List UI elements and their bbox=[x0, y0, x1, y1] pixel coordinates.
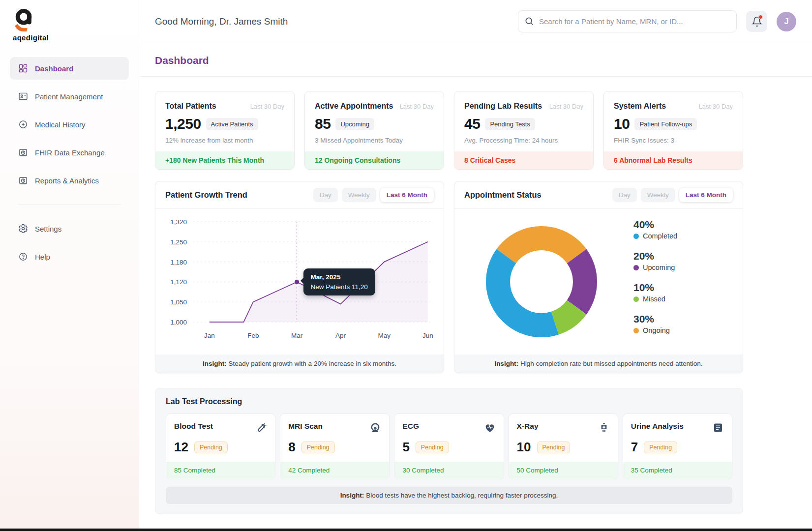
insight-label: Insight: bbox=[340, 492, 364, 499]
svg-text:Apr: Apr bbox=[335, 332, 346, 339]
sidebar-item-label: Medical History bbox=[35, 120, 86, 129]
chart-tooltip: Mar, 2025 New Patients 11,20 bbox=[303, 268, 375, 295]
lab-test-name: X-Ray bbox=[517, 422, 539, 431]
lab-test-name: Urine Analysis bbox=[631, 422, 684, 431]
stat-badge: Pending Tests bbox=[485, 118, 535, 130]
sidebar-divider bbox=[18, 205, 121, 205]
stat-value: 85 bbox=[315, 116, 331, 132]
sidebar-item-reports-analytics[interactable]: Reports & Analytics bbox=[10, 169, 129, 192]
lab-test-name: MRI Scan bbox=[288, 422, 323, 431]
donut-legend: 40%Completed20%Upcoming10%Missed30%Ongoi… bbox=[633, 219, 677, 345]
main-area: Dashboard Total PatientsLast 30 Day1,250… bbox=[139, 43, 812, 531]
svg-text:Jun: Jun bbox=[422, 332, 433, 339]
notifications-button[interactable] bbox=[746, 11, 767, 32]
sidebar-item-fhir-data-exchange[interactable]: FHIR Data Exchange bbox=[10, 141, 129, 164]
lab-card: ECG5Pending30 Completed bbox=[394, 413, 504, 479]
sidebar-item-label: Help bbox=[35, 253, 50, 261]
sidebar-item-label: Reports & Analytics bbox=[35, 177, 99, 185]
stat-badge: Active Patients bbox=[206, 118, 258, 130]
legend-percent: 20% bbox=[633, 250, 677, 262]
legend-label: Completed bbox=[643, 232, 677, 240]
sidebar-item-dashboard[interactable]: Dashboard bbox=[10, 57, 129, 80]
stat-footer: 8 Critical Cases bbox=[454, 151, 593, 169]
growth-toggle-day[interactable]: Day bbox=[313, 188, 338, 202]
legend-percent: 10% bbox=[633, 282, 677, 294]
brand-logo: aqedigital bbox=[0, 0, 139, 47]
stat-title: Total Patients bbox=[165, 102, 216, 111]
growth-toggle-weekly[interactable]: Weekly bbox=[342, 188, 376, 202]
svg-text:1,320: 1,320 bbox=[170, 218, 187, 226]
legend-item: 20%Upcoming bbox=[633, 250, 677, 271]
sidebar-item-patient-management[interactable]: Patient Management bbox=[10, 85, 129, 108]
lab-completed-footer: 35 Completed bbox=[623, 462, 732, 479]
reports-icon bbox=[18, 176, 28, 185]
search-input[interactable] bbox=[518, 10, 737, 32]
pending-badge: Pending bbox=[416, 442, 449, 453]
growth-chart-svg: 1,3201,2501,1801,1201,0501,000JanFebMarA… bbox=[164, 215, 434, 344]
legend-dot bbox=[633, 234, 639, 239]
search-icon bbox=[524, 16, 534, 26]
legend-item: 10%Missed bbox=[633, 282, 677, 303]
pending-badge: Pending bbox=[537, 442, 571, 453]
appointment-toggle-range[interactable]: Last 6 Month bbox=[679, 188, 733, 202]
sidebar: aqedigital Dashboard Patient Management bbox=[0, 0, 139, 531]
stat-title: System Alerts bbox=[614, 102, 666, 111]
svg-text:1,120: 1,120 bbox=[170, 278, 187, 286]
notification-dot bbox=[758, 15, 763, 19]
stat-value: 10 bbox=[614, 116, 630, 132]
test-tube-icon bbox=[255, 422, 267, 434]
sidebar-nav: Dashboard Patient Management Medical His… bbox=[0, 47, 139, 268]
legend-label: Ongoing bbox=[643, 326, 670, 334]
svg-text:1,250: 1,250 bbox=[170, 238, 187, 246]
insight-text: Blood tests have the highest backlog, re… bbox=[364, 492, 558, 499]
heart-pulse-icon bbox=[484, 422, 496, 434]
avatar[interactable]: J bbox=[777, 12, 796, 31]
patient-search bbox=[518, 10, 737, 32]
appointment-toggle-weekly[interactable]: Weekly bbox=[641, 188, 675, 202]
lab-completed-footer: 30 Completed bbox=[394, 462, 503, 479]
lab-test-processing-section: Lab Test Processing Blood Test12Pending8… bbox=[155, 388, 743, 514]
legend-percent: 40% bbox=[633, 219, 677, 231]
lab-card: Blood Test12Pending85 Completed bbox=[166, 413, 275, 479]
growth-toggle-range[interactable]: Last 6 Month bbox=[380, 188, 434, 202]
sidebar-item-medical-history[interactable]: Medical History bbox=[10, 113, 129, 136]
stat-badge: Upcoming bbox=[335, 118, 374, 130]
tooltip-value: New Patients 11,20 bbox=[311, 283, 368, 291]
svg-text:1,000: 1,000 bbox=[170, 319, 187, 326]
lab-card: Urine Analysis7Pending35 Completed bbox=[623, 413, 732, 479]
lab-completed-footer: 85 Completed bbox=[166, 462, 275, 479]
greeting-text: Good Morning, Dr. James Smith bbox=[155, 16, 288, 27]
legend-label: Missed bbox=[643, 295, 665, 303]
lab-pending-count: 12 bbox=[174, 440, 188, 455]
appointment-chart-title: Appointment Status bbox=[464, 190, 541, 200]
lab-card: X-Ray10Pending50 Completed bbox=[509, 413, 618, 479]
pending-badge: Pending bbox=[644, 442, 677, 453]
stat-subtext: 12% increase from last month bbox=[165, 137, 284, 144]
stat-title: Pending Lab Results bbox=[464, 102, 542, 111]
insight-text: Steady patient growth with a 20% increas… bbox=[227, 360, 396, 367]
lab-pending-count: 5 bbox=[402, 440, 409, 455]
avatar-initial: J bbox=[784, 17, 789, 26]
growth-chart-title: Patient Growth Trend bbox=[165, 190, 247, 200]
stat-period: Last 30 Day bbox=[400, 103, 434, 110]
donut-chart bbox=[483, 223, 600, 340]
lab-test-name: Blood Test bbox=[174, 422, 213, 431]
growth-chart-area: 1,3201,2501,1801,1201,0501,000JanFebMarA… bbox=[155, 209, 444, 345]
insight-text: High completion rate but missed appointm… bbox=[518, 360, 702, 367]
sidebar-item-help[interactable]: Help bbox=[10, 245, 129, 268]
insight-label: Insight: bbox=[494, 360, 518, 367]
stat-period: Last 30 Day bbox=[250, 103, 284, 110]
dashboard-icon bbox=[18, 63, 28, 73]
medical-cross-circle-icon bbox=[18, 119, 28, 129]
brand-name: aqedigital bbox=[13, 33, 126, 42]
sidebar-item-settings[interactable]: Settings bbox=[10, 217, 129, 240]
legend-dot bbox=[633, 328, 639, 333]
svg-text:Feb: Feb bbox=[247, 332, 259, 339]
patient-card-icon bbox=[18, 91, 28, 101]
lab-completed-footer: 42 Completed bbox=[280, 462, 389, 479]
svg-text:1,050: 1,050 bbox=[170, 298, 187, 306]
sidebar-item-label: FHIR Data Exchange bbox=[35, 148, 105, 157]
appointment-toggle-day[interactable]: Day bbox=[612, 188, 637, 202]
lab-test-name: ECG bbox=[402, 422, 419, 431]
lab-section-title: Lab Test Processing bbox=[166, 397, 732, 406]
